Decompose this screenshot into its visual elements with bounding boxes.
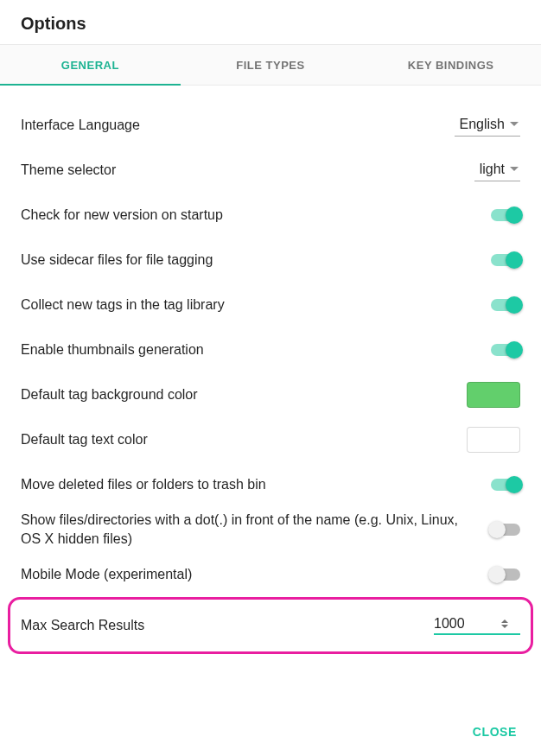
select-theme[interactable]: light	[474, 160, 520, 181]
toggle-thumbnails[interactable]	[491, 344, 520, 356]
row-max-search-results: Max Search Results	[21, 603, 520, 648]
input-max-search-results[interactable]	[434, 616, 520, 635]
tab-general[interactable]: GENERAL	[0, 45, 181, 85]
toggle-hidden-files[interactable]	[491, 524, 520, 536]
chevron-down-icon	[510, 122, 519, 126]
label-thumbnails: Enable thumbnails generation	[21, 340, 477, 359]
tab-file-types[interactable]: FILE TYPES	[181, 45, 361, 85]
swatch-tag-bg-color[interactable]	[467, 382, 520, 408]
label-tag-text-color: Default tag text color	[21, 430, 453, 449]
stepper-icons[interactable]	[501, 619, 508, 628]
row-collect-tags: Collect new tags in the tag library	[21, 283, 520, 327]
row-trash: Move deleted files or folders to trash b…	[21, 462, 520, 507]
highlighted-row: Max Search Results	[8, 597, 533, 654]
chevron-up-icon	[501, 619, 508, 623]
label-max-search-results: Max Search Results	[21, 616, 420, 635]
toggle-check-update[interactable]	[491, 209, 520, 221]
label-sidecar: Use sidecar files for file tagging	[21, 251, 477, 270]
toggle-collect-tags[interactable]	[491, 299, 520, 311]
max-search-input[interactable]	[434, 616, 501, 632]
chevron-down-icon	[501, 625, 508, 628]
row-tag-text-color: Default tag text color	[21, 417, 520, 462]
row-check-update: Check for new version on startup	[21, 193, 520, 238]
label-trash: Move deleted files or folders to trash b…	[21, 475, 477, 494]
select-value: English	[460, 117, 505, 132]
row-mobile-mode: Mobile Mode (experimental)	[21, 552, 520, 597]
toggle-mobile-mode[interactable]	[491, 569, 520, 581]
label-tag-bg-color: Default tag background color	[21, 385, 453, 404]
footer: CLOSE	[0, 708, 541, 756]
select-value: light	[480, 162, 505, 177]
swatch-tag-text-color[interactable]	[467, 427, 520, 453]
label-mobile-mode: Mobile Mode (experimental)	[21, 565, 477, 584]
row-theme-selector: Theme selector light	[21, 148, 520, 193]
toggle-sidecar[interactable]	[491, 254, 520, 266]
toggle-trash[interactable]	[491, 479, 520, 491]
tab-key-bindings[interactable]: KEY BINDINGS	[360, 45, 541, 85]
label-hidden-files: Show files/directories with a dot(.) in …	[21, 511, 477, 550]
tabs: GENERAL FILE TYPES KEY BINDINGS	[0, 44, 541, 86]
settings-panel: Interface Language English Theme selecto…	[0, 86, 541, 654]
close-button[interactable]: CLOSE	[466, 720, 524, 744]
row-interface-language: Interface Language English	[21, 103, 520, 148]
row-tag-bg-color: Default tag background color	[21, 372, 520, 417]
chevron-down-icon	[510, 167, 519, 171]
row-hidden-files: Show files/directories with a dot(.) in …	[21, 507, 520, 552]
row-sidecar: Use sidecar files for file tagging	[21, 238, 520, 283]
label-check-update: Check for new version on startup	[21, 206, 477, 225]
page-title: Options	[0, 0, 541, 44]
label-theme-selector: Theme selector	[21, 161, 461, 180]
select-interface-language[interactable]: English	[455, 115, 520, 137]
label-collect-tags: Collect new tags in the tag library	[21, 295, 477, 314]
label-interface-language: Interface Language	[21, 116, 441, 135]
row-thumbnails: Enable thumbnails generation	[21, 327, 520, 372]
